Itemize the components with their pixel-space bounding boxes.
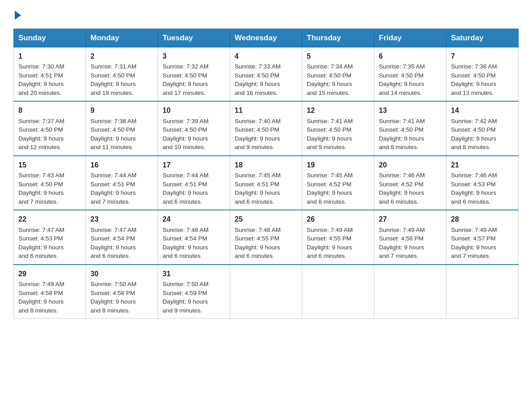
day-number: 23 <box>90 214 153 224</box>
daylight-minutes: and 8 minutes. <box>18 307 58 314</box>
daylight-minutes: and 8 minutes. <box>379 144 419 150</box>
daylight-minutes: and 9 minutes. <box>163 307 202 314</box>
daylight-line: Daylight: 9 hours <box>235 135 280 142</box>
calendar-cell: 13Sunrise: 7:41 AMSunset: 4:50 PMDayligh… <box>374 101 446 155</box>
sunset-line: Sunset: 4:50 PM <box>163 126 207 133</box>
sunrise-line: Sunrise: 7:49 AM <box>379 227 425 233</box>
sunset-line: Sunset: 4:50 PM <box>379 72 424 79</box>
day-number: 8 <box>18 105 81 116</box>
calendar-cell: 31Sunrise: 7:50 AMSunset: 4:59 PMDayligh… <box>158 265 230 319</box>
sunrise-line: Sunrise: 7:49 AM <box>451 227 497 233</box>
daylight-minutes: and 19 minutes. <box>90 90 133 96</box>
daylight-line: Daylight: 9 hours <box>163 189 208 196</box>
day-number: 13 <box>379 105 442 116</box>
day-number: 24 <box>163 214 225 224</box>
sunrise-line: Sunrise: 7:37 AM <box>18 118 64 124</box>
sunrise-line: Sunrise: 7:45 AM <box>307 172 353 179</box>
calendar-cell: 10Sunrise: 7:39 AMSunset: 4:50 PMDayligh… <box>158 101 230 155</box>
sunrise-line: Sunrise: 7:47 AM <box>18 227 64 233</box>
daylight-line: Daylight: 9 hours <box>451 81 496 87</box>
sunrise-line: Sunrise: 7:45 AM <box>235 172 281 179</box>
day-number: 19 <box>307 160 369 170</box>
calendar-cell: 20Sunrise: 7:46 AMSunset: 4:52 PMDayligh… <box>374 156 446 210</box>
day-number: 5 <box>307 51 369 61</box>
calendar-cell: 2Sunrise: 7:31 AMSunset: 4:50 PMDaylight… <box>86 47 158 102</box>
sunset-line: Sunset: 4:50 PM <box>18 126 63 133</box>
sunrise-line: Sunrise: 7:31 AM <box>90 63 137 70</box>
calendar-cell: 24Sunrise: 7:48 AMSunset: 4:54 PMDayligh… <box>158 210 230 264</box>
daylight-line: Daylight: 9 hours <box>379 135 424 142</box>
daylight-line: Daylight: 9 hours <box>90 244 136 251</box>
weekday-header-monday: Monday <box>86 29 158 47</box>
daylight-line: Daylight: 9 hours <box>451 135 496 142</box>
calendar-week-row: 22Sunrise: 7:47 AMSunset: 4:53 PMDayligh… <box>14 210 519 264</box>
daylight-minutes: and 7 minutes. <box>18 198 58 205</box>
daylight-minutes: and 6 minutes. <box>235 253 275 259</box>
daylight-minutes: and 6 minutes. <box>379 198 419 205</box>
day-number: 26 <box>307 214 369 224</box>
sunrise-line: Sunrise: 7:44 AM <box>90 172 137 179</box>
weekday-header-tuesday: Tuesday <box>158 29 230 47</box>
weekday-header-wednesday: Wednesday <box>230 29 302 47</box>
sunset-line: Sunset: 4:54 PM <box>90 235 135 242</box>
daylight-minutes: and 7 minutes. <box>90 198 130 205</box>
daylight-line: Daylight: 9 hours <box>235 189 280 196</box>
daylight-line: Daylight: 9 hours <box>90 81 136 87</box>
daylight-line: Daylight: 9 hours <box>451 189 496 196</box>
sunset-line: Sunset: 4:50 PM <box>307 126 352 133</box>
daylight-minutes: and 7 minutes. <box>451 253 491 259</box>
daylight-minutes: and 6 minutes. <box>451 198 491 205</box>
weekday-header-sunday: Sunday <box>14 29 86 47</box>
sunrise-line: Sunrise: 7:47 AM <box>90 227 137 233</box>
calendar-cell <box>374 265 446 319</box>
sunrise-line: Sunrise: 7:46 AM <box>451 172 497 179</box>
daylight-line: Daylight: 9 hours <box>379 81 424 87</box>
calendar-cell <box>446 265 519 319</box>
sunset-line: Sunset: 4:50 PM <box>451 72 496 79</box>
sunset-line: Sunset: 4:58 PM <box>90 290 135 296</box>
logo-triangle-icon <box>15 11 21 20</box>
sunrise-line: Sunrise: 7:30 AM <box>18 63 64 70</box>
sunrise-line: Sunrise: 7:49 AM <box>18 281 64 287</box>
day-number: 21 <box>451 160 514 170</box>
sunset-line: Sunset: 4:50 PM <box>235 126 279 133</box>
calendar-cell: 1Sunrise: 7:30 AMSunset: 4:51 PMDaylight… <box>14 47 86 102</box>
sunset-line: Sunset: 4:56 PM <box>379 235 424 242</box>
day-number: 25 <box>235 214 297 224</box>
sunrise-line: Sunrise: 7:42 AM <box>451 118 497 124</box>
daylight-minutes: and 8 minutes. <box>90 307 130 314</box>
sunset-line: Sunset: 4:50 PM <box>451 126 496 133</box>
calendar-cell: 14Sunrise: 7:42 AMSunset: 4:50 PMDayligh… <box>446 101 519 155</box>
calendar-cell: 23Sunrise: 7:47 AMSunset: 4:54 PMDayligh… <box>86 210 158 264</box>
daylight-line: Daylight: 9 hours <box>18 298 64 305</box>
daylight-line: Daylight: 9 hours <box>163 244 208 251</box>
sunrise-line: Sunrise: 7:35 AM <box>379 63 425 70</box>
daylight-line: Daylight: 9 hours <box>379 244 424 251</box>
day-number: 17 <box>163 160 225 170</box>
daylight-minutes: and 16 minutes. <box>235 90 278 96</box>
sunset-line: Sunset: 4:50 PM <box>235 72 279 79</box>
daylight-line: Daylight: 9 hours <box>307 189 352 196</box>
day-number: 11 <box>235 105 297 116</box>
sunset-line: Sunset: 4:54 PM <box>163 235 207 242</box>
calendar-cell: 15Sunrise: 7:43 AMSunset: 4:50 PMDayligh… <box>14 156 86 210</box>
calendar-cell: 22Sunrise: 7:47 AMSunset: 4:53 PMDayligh… <box>14 210 86 264</box>
calendar-cell: 28Sunrise: 7:49 AMSunset: 4:57 PMDayligh… <box>446 210 519 264</box>
day-number: 14 <box>451 105 514 116</box>
daylight-minutes: and 7 minutes. <box>379 253 419 259</box>
day-number: 29 <box>18 269 81 279</box>
calendar-cell <box>302 265 374 319</box>
calendar-week-row: 29Sunrise: 7:49 AMSunset: 4:58 PMDayligh… <box>14 265 519 319</box>
calendar-week-row: 8Sunrise: 7:37 AMSunset: 4:50 PMDaylight… <box>14 101 519 155</box>
calendar-cell: 21Sunrise: 7:46 AMSunset: 4:53 PMDayligh… <box>446 156 519 210</box>
daylight-minutes: and 14 minutes. <box>379 90 422 96</box>
sunrise-line: Sunrise: 7:48 AM <box>163 227 209 233</box>
daylight-minutes: and 6 minutes. <box>163 198 202 205</box>
sunrise-line: Sunrise: 7:49 AM <box>307 227 353 233</box>
day-number: 28 <box>451 214 514 224</box>
weekday-header-row: SundayMondayTuesdayWednesdayThursdayFrid… <box>14 29 519 47</box>
sunset-line: Sunset: 4:55 PM <box>307 235 352 242</box>
sunrise-line: Sunrise: 7:40 AM <box>235 118 281 124</box>
daylight-line: Daylight: 9 hours <box>379 189 424 196</box>
calendar-cell: 8Sunrise: 7:37 AMSunset: 4:50 PMDaylight… <box>14 101 86 155</box>
